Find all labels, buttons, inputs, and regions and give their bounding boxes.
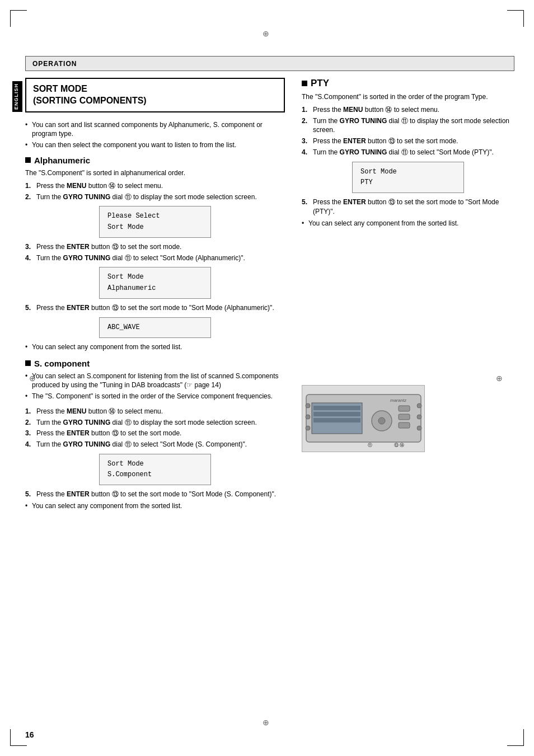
svg-rect-8 <box>399 406 410 411</box>
lcd-display-1: Please Select Sort Mode <box>99 206 211 237</box>
s-comp-after-bullet: You can select any component from the so… <box>25 501 285 511</box>
right-column: PTY The "S.Component" is sorted in the o… <box>302 78 514 516</box>
lcd-display-3: ABC_WAVE <box>99 317 211 338</box>
s-comp-bullet-2: The "S. Component" is sorted in the orde… <box>25 392 285 401</box>
lcd-display-scomp: Sort Mode S.Component <box>99 454 211 485</box>
left-column: SORT MODE (SORTING COMPONENTS) You can s… <box>25 78 291 516</box>
svg-text:marantz: marantz <box>390 398 407 403</box>
s-component-heading: S. component <box>25 359 285 368</box>
corner-top-left <box>10 10 27 27</box>
svg-point-14 <box>306 415 310 419</box>
pty-steps-1-4: 1. Press the MENU button ⑭ to select men… <box>302 105 514 157</box>
pty-bullet-sorted: You can select any component from the so… <box>302 219 514 228</box>
corner-top-right <box>507 10 524 27</box>
svg-rect-4 <box>313 412 360 416</box>
device-svg: marantz <box>303 386 424 450</box>
operation-title: OPERATION <box>32 60 77 68</box>
lcd-display-pty: Sort Mode PTY <box>352 162 464 193</box>
svg-point-17 <box>417 415 421 419</box>
device-image: marantz <box>302 385 425 452</box>
pty-icon <box>302 81 307 86</box>
alpha-step-1: 1. Press the MENU button ⑭ to select men… <box>25 181 285 191</box>
s-comp-step-1: 1. Press the MENU button ⑭ to select men… <box>25 407 285 416</box>
lcd-display-2: Sort Mode Alphanumeric <box>99 267 211 298</box>
sidebar-language-label: ENGLISH <box>12 81 22 112</box>
corner-bottom-right <box>507 729 524 746</box>
svg-point-13 <box>306 403 310 408</box>
svg-point-18 <box>417 426 421 430</box>
pty-step-4: 4. Turn the GYRO TUNING dial ⑪ to select… <box>302 148 514 157</box>
alpha-after-bullet: You can select any component from the so… <box>25 342 285 352</box>
s-component-bullets: You can select an S.component for listen… <box>25 372 285 401</box>
svg-point-16 <box>417 403 421 408</box>
cross-top <box>263 29 271 38</box>
sort-mode-title: SORT MODE (SORTING COMPONENTS) <box>33 83 277 107</box>
alpha-step-4: 4. Turn the GYRO TUNING dial ⑪ to select… <box>25 253 285 263</box>
s-comp-step-3: 3. Press the ENTER button ⑬ to set the s… <box>25 429 285 438</box>
s-comp-step-2: 2. Turn the GYRO TUNING dial ⑪ to displa… <box>25 418 285 428</box>
pty-heading: PTY <box>302 78 514 89</box>
page-number: 16 <box>25 730 34 739</box>
pty-description: The "S.Component" is sorted in the order… <box>302 92 514 102</box>
pty-step-5: 5. Press the ENTER button ⑬ to set the s… <box>302 198 514 217</box>
svg-point-7 <box>378 417 385 424</box>
svg-rect-3 <box>313 406 360 410</box>
corner-bottom-left <box>10 729 27 746</box>
alpha-step-3: 3. Press the ENTER button ⑬ to set the s… <box>25 242 285 252</box>
sort-mode-title-box: SORT MODE (SORTING COMPONENTS) <box>25 78 285 112</box>
s-comp-steps-1-4: 1. Press the MENU button ⑭ to select men… <box>25 407 285 449</box>
s-comp-bullet-sorted: You can select any component from the so… <box>25 501 285 511</box>
alphanumeric-icon <box>25 157 31 163</box>
pty-step-1: 1. Press the MENU button ⑭ to select men… <box>302 105 514 115</box>
alpha-bullet-sorted: You can select any component from the so… <box>25 342 285 352</box>
svg-text:⑬ ⑭: ⑬ ⑭ <box>394 443 404 448</box>
s-component-icon <box>25 360 31 366</box>
device-illustration-area: marantz <box>302 385 514 452</box>
alpha-step-5: 5. Press the ENTER button ⑬ to set the s… <box>25 303 285 313</box>
pty-step-2: 2. Turn the GYRO TUNING dial ⑪ to displa… <box>302 116 514 135</box>
svg-point-15 <box>306 426 310 430</box>
s-comp-bullet-1: You can select an S.component for listen… <box>25 372 285 391</box>
svg-rect-10 <box>399 422 410 428</box>
two-column-layout: SORT MODE (SORTING COMPONENTS) You can s… <box>25 78 514 516</box>
pty-after-bullet: You can select any component from the so… <box>302 219 514 228</box>
svg-rect-5 <box>313 418 360 422</box>
svg-rect-9 <box>399 414 410 420</box>
alpha-step-2: 2. Turn the GYRO TUNING dial ⑪ to displa… <box>25 192 285 202</box>
s-comp-step-4: 4. Turn the GYRO TUNING dial ⑪ to select… <box>25 440 285 449</box>
operation-header-box: OPERATION <box>25 56 514 71</box>
alphanumeric-steps-1-2: 1. Press the MENU button ⑭ to select men… <box>25 181 285 202</box>
main-content: OPERATION SORT MODE (SORTING COMPONENTS)… <box>25 56 514 722</box>
alphanumeric-heading: Alphanumeric <box>25 156 285 165</box>
intro-bullet-list: You can sort and list scanned components… <box>25 120 285 150</box>
s-comp-step-5: 5. Press the ENTER button ⑬ to set the s… <box>25 490 285 499</box>
pty-step-3: 3. Press the ENTER button ⑬ to set the s… <box>302 137 514 146</box>
intro-bullet-2: You can then select the component you wa… <box>25 140 285 150</box>
svg-text:⑪: ⑪ <box>368 443 372 448</box>
alphanumeric-steps-3-4: 3. Press the ENTER button ⑬ to set the s… <box>25 242 285 263</box>
intro-bullet-1: You can sort and list scanned components… <box>25 120 285 139</box>
alphanumeric-description: The "S.Component" is sorted in alphanume… <box>25 168 285 178</box>
